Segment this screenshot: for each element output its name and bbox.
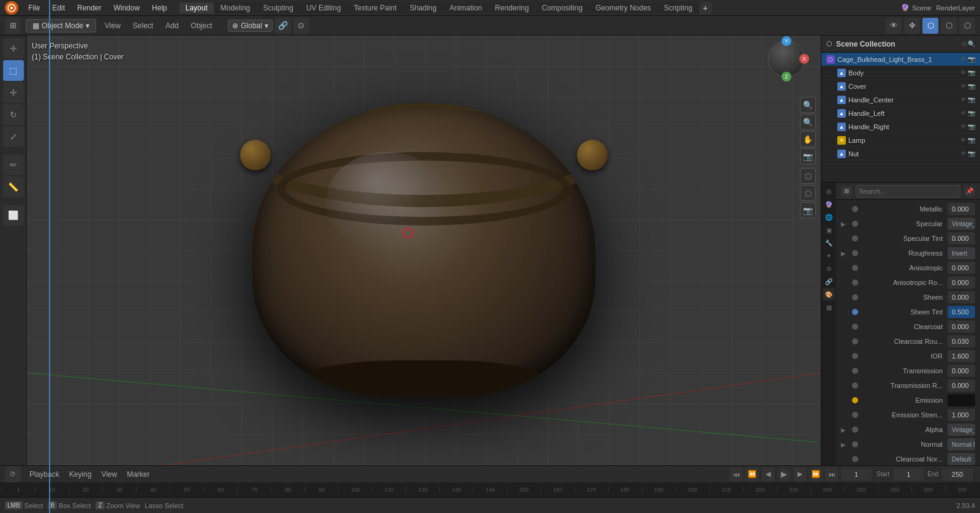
menu-file[interactable]: File [23,2,45,13]
visibility-icon[interactable]: 👁 [960,56,967,63]
step-prev-button[interactable]: ◀ [761,468,775,481]
cover-vis[interactable]: 👁 [960,83,967,89]
emission-dot[interactable] [852,397,858,403]
menu-window[interactable]: Window [108,2,145,13]
clearcoat-rou-value[interactable]: 0.030 [948,335,975,348]
specular-tint-value[interactable]: 0.000 [948,232,975,245]
scale-tool[interactable]: ⤢ [3,126,24,147]
jump-end-button[interactable]: ⏭ [825,468,839,481]
rendered-view-button[interactable]: ⬡ [959,18,975,34]
emission-stren-dot[interactable] [852,412,858,418]
outliner-item-handle-right[interactable]: ▲ Handle_Right 👁📷 [821,120,980,134]
material-prop[interactable]: 🎨 [823,288,835,300]
outliner-item-root[interactable]: ⬡ Cage_Bulkhead_Light_Brass_1 👁 📷 [821,53,980,66]
clearcoat-nor-value[interactable]: Default [948,453,975,465]
marker-menu[interactable]: Marker [123,469,153,480]
tab-scripting[interactable]: Scripting [658,2,699,13]
nav-y-axis[interactable]: Y [782,36,791,46]
menu-help[interactable]: Help [147,2,172,13]
add-menu[interactable]: Add [162,20,182,31]
tab-animation[interactable]: Animation [443,2,488,13]
body-render[interactable]: 📷 [968,69,975,76]
specular-value[interactable]: Vintage_Bulkhead_... [948,218,975,230]
navigation-gizmo[interactable]: Y X Z [768,40,811,83]
normal-dot[interactable] [852,441,858,447]
cursor-tool[interactable]: ✛ [3,38,24,59]
modifier-prop[interactable]: 🔧 [823,237,835,249]
anisotropic-ro-value[interactable]: 0.000 [948,276,975,289]
roughness-dot[interactable] [852,250,858,256]
nut-vis[interactable]: 👁 [960,150,967,157]
outliner-item-handle-left[interactable]: ▲ Handle_Left 👁📷 [821,107,980,120]
tab-layout[interactable]: Layout [179,2,214,13]
tab-geometry-nodes[interactable]: Geometry Nodes [589,2,657,13]
outliner-item-cover[interactable]: ▲ Cover 👁📷 [821,80,980,93]
nav-z-axis[interactable]: Z [782,72,791,82]
emission-stren-value[interactable]: 1.000 [948,409,975,421]
transmission-value[interactable]: 0.000 [948,365,975,377]
tab-uv-editing[interactable]: UV Editing [300,2,347,13]
hl-render[interactable]: 📷 [968,110,975,116]
normal-value[interactable]: Normal Map [948,438,975,450]
transform-snap-button[interactable]: 🔗 [275,18,291,34]
anisotropic-value[interactable]: 0.000 [948,262,975,274]
select-menu[interactable]: Select [129,20,157,31]
alpha-expand[interactable]: ▶ [841,427,850,433]
add-workspace-button[interactable]: + [699,2,712,14]
add-object-tool[interactable]: ⬜ [3,205,24,226]
gizmo-button[interactable]: ✥ [904,18,920,34]
hc-render[interactable]: 📷 [968,96,975,103]
nav-gizmo-sphere[interactable]: Y X Z [768,40,805,77]
clearcoat-rou-dot[interactable] [852,338,858,344]
hr-render[interactable]: 📷 [968,123,975,130]
active-tool-prop[interactable]: ⊞ [823,185,835,197]
keying-menu[interactable]: Keying [66,469,96,480]
lamp-vis[interactable]: 👁 [960,137,967,143]
emission-value[interactable] [948,394,975,406]
tab-texture-paint[interactable]: Texture Paint [348,2,403,13]
outliner-item-body[interactable]: ▲ Body 👁📷 [821,66,980,80]
specular-tint-dot[interactable] [852,235,858,241]
properties-search-input[interactable] [856,185,960,197]
object-mode-selector[interactable]: ▦ Object Mode ▾ [26,19,96,32]
start-frame[interactable]: 1 [893,468,924,481]
tab-sculpting[interactable]: Sculpting [257,2,300,13]
render-icon[interactable]: 📷 [968,56,975,63]
annotate-tool[interactable]: ✏ [3,154,24,175]
particles-prop[interactable]: ✦ [823,249,835,262]
tab-shading[interactable]: Shading [404,2,443,13]
constraints-prop[interactable]: 🔗 [823,275,835,287]
cover-render[interactable]: 📷 [968,83,975,89]
view-menu[interactable]: View [101,20,124,31]
nut-render[interactable]: 📷 [968,150,975,157]
hand-pan-button[interactable]: ✋ [800,131,816,147]
hc-vis[interactable]: 👁 [960,96,967,103]
proportional-edit-button[interactable]: ⊙ [293,18,309,34]
solid-view-button[interactable]: ⬡ [922,18,938,34]
metallic-dot[interactable] [852,206,858,212]
timeline-editor-type[interactable]: ⏱ [5,466,21,482]
world-prop[interactable]: 🌐 [823,211,835,223]
select-tool[interactable]: ⬚ [3,60,24,81]
local-view-button[interactable]: ⬡ [800,185,816,201]
measure-tool[interactable]: 📏 [3,177,24,197]
body-vis[interactable]: 👁 [960,69,967,76]
hr-vis[interactable]: 👁 [960,123,967,130]
play-button[interactable]: ▶ [777,468,791,481]
zoom-out-button[interactable]: 🔍 [800,114,816,130]
jump-start-button[interactable]: ⏮ [729,468,743,481]
tab-rendering[interactable]: Rendering [489,2,535,13]
menu-edit[interactable]: Edit [47,2,70,13]
view-menu-tl[interactable]: View [97,469,121,480]
tab-compositing[interactable]: Compositing [535,2,589,13]
prop-header-icon[interactable]: ⊞ [841,186,852,197]
transmission-r-dot[interactable] [852,382,858,389]
outliner-item-lamp[interactable]: ☀ Lamp 👁📷 [821,134,980,147]
orthographic-toggle[interactable]: ⬡ [800,168,816,184]
overlay-button[interactable]: 👁 [886,18,902,34]
sheen-value[interactable]: 0.000 [948,291,975,303]
viewport-3d[interactable]: User Perspective (1) Scene Collection | … [27,36,821,465]
outliner-search-icon[interactable]: 🔍 [968,40,975,47]
sheen-dot[interactable] [852,294,858,300]
lamp-render[interactable]: 📷 [968,137,975,143]
